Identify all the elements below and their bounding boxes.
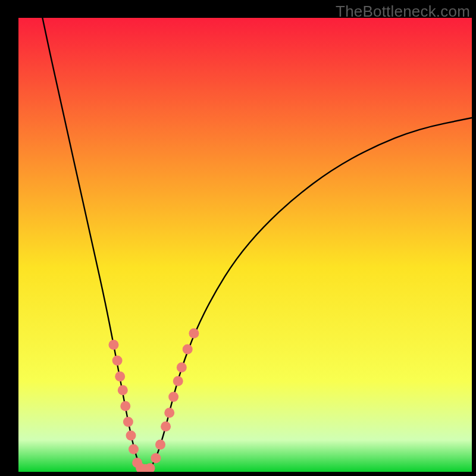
bottleneck-chart: [0, 0, 476, 476]
watermark-text: TheBottleneck.com: [336, 2, 470, 21]
highlight-dot: [189, 328, 199, 339]
highlight-dot: [109, 340, 119, 350]
highlight-dot: [145, 463, 155, 473]
highlight-dot: [168, 392, 178, 402]
highlight-dot: [115, 371, 125, 381]
highlight-dot: [120, 401, 130, 411]
highlight-dot: [129, 444, 139, 454]
highlight-dot: [173, 376, 183, 386]
highlight-dot: [183, 345, 193, 355]
highlight-dot: [112, 356, 123, 366]
highlight-dot: [126, 431, 136, 441]
highlight-dot: [177, 362, 187, 372]
gradient-background: [18, 18, 472, 472]
highlight-dot: [123, 417, 133, 427]
highlight-dot: [164, 408, 174, 418]
highlight-dot: [155, 440, 165, 450]
highlight-dot: [118, 385, 128, 395]
chart-frame: TheBottleneck.com: [0, 0, 476, 476]
highlight-dot: [151, 453, 161, 464]
highlight-dot: [161, 421, 171, 431]
